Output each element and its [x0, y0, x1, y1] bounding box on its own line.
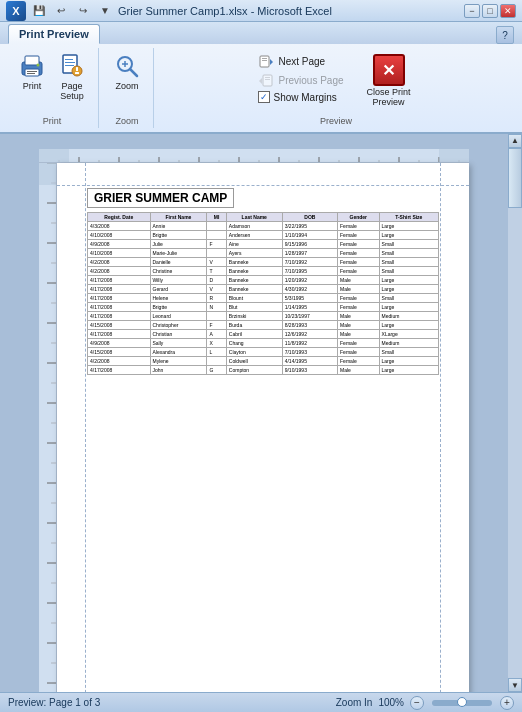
- ribbon: Print Page Setup Print: [0, 44, 522, 134]
- sheet-content: GRIER SUMMER CAMP Regist. Date First Nam…: [87, 188, 439, 692]
- title-bar: X 💾 ↩ ↪ ▼ Grier Summer Camp1.xlsx - Micr…: [0, 0, 522, 22]
- svg-point-5: [37, 64, 40, 67]
- show-margins-label: Show Margins: [273, 92, 336, 103]
- print-group-label: Print: [43, 114, 62, 126]
- zoom-slider-thumb[interactable]: [457, 697, 467, 707]
- table-row: 4/17/2008GerardVBanneke4/30/1992MaleLarg…: [88, 284, 439, 293]
- title-bar-text: Grier Summer Camp1.xlsx - Microsoft Exce…: [118, 5, 332, 17]
- page-setup-icon: [58, 52, 86, 80]
- col-header-firstname: First Name: [150, 212, 207, 221]
- svg-rect-4: [27, 73, 35, 74]
- svg-rect-7: [65, 59, 73, 60]
- table-row: 4/9/2008JulieFAine9/15/1996FemaleSmall: [88, 239, 439, 248]
- zoom-buttons: Zoom: [109, 50, 145, 112]
- next-page-icon: [258, 53, 274, 69]
- close-print-preview-label: Close Print Preview: [367, 88, 411, 108]
- print-icon: [18, 52, 46, 80]
- preview-scroll[interactable]: GRIER SUMMER CAMP Regist. Date First Nam…: [0, 134, 508, 692]
- col-header-dob: DOB: [282, 212, 337, 221]
- svg-rect-17: [260, 56, 269, 67]
- col-header-lastname: Last Name: [226, 212, 282, 221]
- ribbon-group-print: Print Page Setup Print: [6, 48, 99, 128]
- table-row: 4/2/2008MyleneColdwell4/14/1995FemaleLar…: [88, 356, 439, 365]
- qa-dropdown-btn[interactable]: ▼: [96, 2, 114, 20]
- show-margins-checkbox[interactable]: ✓: [258, 91, 270, 103]
- zoom-in-label: Zoom In: [336, 697, 373, 708]
- svg-marker-20: [270, 59, 273, 65]
- zoom-slider[interactable]: [432, 700, 492, 706]
- ribbon-group-preview: Next Page Previous Page: [156, 48, 516, 128]
- table-row: 4/17/2008BrigtteNBlut1/14/1995FemaleLarg…: [88, 302, 439, 311]
- table-row: 4/17/2008JohnGCompton9/10/1993MaleLarge: [88, 365, 439, 374]
- svg-rect-11: [76, 67, 78, 71]
- ribbon-helper-btn[interactable]: ?: [496, 26, 514, 44]
- preview-small-buttons: Next Page Previous Page: [255, 50, 346, 104]
- status-right: Zoom In 100% − +: [336, 696, 514, 710]
- scroll-track[interactable]: [508, 148, 522, 678]
- show-margins-button[interactable]: ✓ Show Margins: [255, 90, 346, 104]
- next-page-button[interactable]: Next Page: [255, 52, 346, 70]
- maximize-btn[interactable]: □: [482, 4, 498, 18]
- table-row: 4/17/2008WillyDBanneke1/20/1992MaleLarge: [88, 275, 439, 284]
- data-table: Regist. Date First Name MI Last Name DOB…: [87, 212, 439, 375]
- scroll-thumb[interactable]: [508, 148, 522, 208]
- page-setup-button[interactable]: Page Setup: [54, 50, 90, 104]
- app-icon: X: [6, 1, 26, 21]
- svg-rect-12: [75, 72, 79, 74]
- title-bar-controls: − □ ✕: [464, 4, 516, 18]
- table-row: 4/10/2008Marie-JulieAyers1/28/1997Female…: [88, 248, 439, 257]
- next-page-label: Next Page: [278, 56, 325, 67]
- ruler-horizontal: [39, 149, 469, 163]
- save-quick-btn[interactable]: 💾: [30, 2, 48, 20]
- svg-rect-2: [25, 69, 39, 76]
- col-header-tshirt: T-Shirt Size: [379, 212, 438, 221]
- col-header-regdate: Regist. Date: [88, 212, 151, 221]
- zoom-button[interactable]: Zoom: [109, 50, 145, 94]
- table-row: 4/17/2008ChristianACabril12/6/1992MaleXL…: [88, 329, 439, 338]
- scroll-down-btn[interactable]: ▼: [508, 678, 522, 692]
- print-label: Print: [23, 82, 42, 92]
- preview-buttons: Next Page Previous Page: [255, 50, 416, 112]
- svg-rect-1: [25, 56, 39, 65]
- prev-page-button[interactable]: Previous Page: [255, 71, 346, 89]
- table-row: 4/2/2008DanielleVBanneke7/10/1992FemaleS…: [88, 257, 439, 266]
- svg-rect-18: [262, 58, 267, 59]
- ruler-vertical: [39, 163, 57, 692]
- table-row: 4/17/2008LeonardBrzinski10/23/1997MaleMe…: [88, 311, 439, 320]
- scroll-up-btn[interactable]: ▲: [508, 134, 522, 148]
- svg-rect-21: [263, 75, 272, 86]
- svg-rect-22: [265, 77, 270, 78]
- svg-marker-24: [259, 78, 262, 84]
- print-button[interactable]: Print: [14, 50, 50, 94]
- page-setup-label: Page Setup: [60, 82, 84, 102]
- redo-quick-btn[interactable]: ↪: [74, 2, 92, 20]
- minimize-btn[interactable]: −: [464, 4, 480, 18]
- col-header-mi: MI: [207, 212, 226, 221]
- window-close-btn[interactable]: ✕: [500, 4, 516, 18]
- ribbon-group-zoom: Zoom Zoom: [101, 48, 154, 128]
- zoom-in-btn[interactable]: +: [500, 696, 514, 710]
- zoom-out-btn[interactable]: −: [410, 696, 424, 710]
- zoom-percent: 100%: [378, 697, 404, 708]
- zoom-label: Zoom: [115, 82, 138, 92]
- preview-group-label: Preview: [320, 114, 352, 126]
- svg-rect-8: [65, 62, 75, 63]
- status-bar: Preview: Page 1 of 3 Zoom In 100% − +: [0, 692, 522, 712]
- main-area: GRIER SUMMER CAMP Regist. Date First Nam…: [0, 134, 522, 692]
- table-row: 4/2/2008ChristineTBanneke7/10/1995Female…: [88, 266, 439, 275]
- table-row: 4/3/2008AnnieAdamson3/22/1995FemaleLarge: [88, 221, 439, 230]
- svg-rect-23: [265, 79, 270, 80]
- undo-quick-btn[interactable]: ↩: [52, 2, 70, 20]
- close-print-preview-icon: ✕: [373, 54, 405, 86]
- close-print-preview-button[interactable]: ✕ Close Print Preview: [361, 50, 417, 112]
- page-white: GRIER SUMMER CAMP Regist. Date First Nam…: [57, 163, 469, 692]
- table-row: 4/15/2008ChristopherFBurda8/28/1993MaleL…: [88, 320, 439, 329]
- title-bar-left: X 💾 ↩ ↪ ▼ Grier Summer Camp1.xlsx - Micr…: [6, 1, 332, 21]
- preview-page-info: Preview: Page 1 of 3: [8, 697, 100, 708]
- prev-page-label: Previous Page: [278, 75, 343, 86]
- svg-rect-3: [27, 71, 37, 72]
- col-header-gender: Gender: [338, 212, 380, 221]
- prev-page-icon: [258, 72, 274, 88]
- tab-print-preview[interactable]: Print Preview: [8, 24, 100, 44]
- table-row: 4/9/2008SallyXChang11/8/1992FemaleMedium: [88, 338, 439, 347]
